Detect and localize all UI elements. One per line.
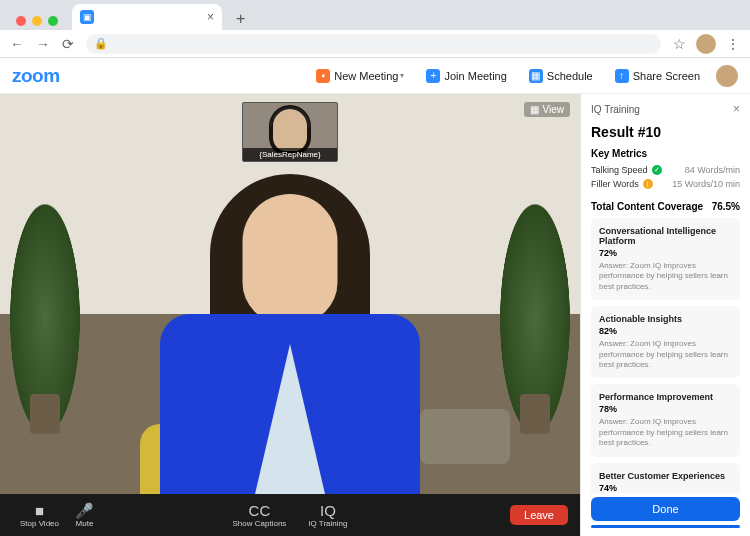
close-tab-icon[interactable]: × [207, 10, 214, 24]
mute-label: Mute [76, 519, 94, 528]
address-bar: ← → ⟳ 🔒 ☆ ⋮ [0, 30, 750, 58]
card-percent: 82% [599, 326, 732, 336]
grid-icon: ▦ [530, 104, 539, 115]
panel-header: IQ Training × [581, 94, 750, 124]
tcc-label: Total Content Coverage [591, 201, 703, 212]
omnibox[interactable]: 🔒 [86, 34, 661, 54]
iq-training-label: IQ Training [308, 519, 347, 528]
calendar-icon: ▦ [529, 69, 543, 83]
card-title: Performance Improvement [599, 392, 732, 402]
leave-label: Leave [524, 509, 554, 521]
microphone-icon: 🎤 [75, 503, 94, 518]
new-tab-button[interactable]: + [228, 10, 253, 30]
card-title: Actionable Insights [599, 314, 732, 324]
join-meeting-button[interactable]: + Join Meeting [420, 65, 512, 87]
key-metrics-heading: Key Metrics [591, 148, 740, 159]
view-mode-button[interactable]: ▦ View [524, 102, 571, 117]
view-label: View [543, 104, 565, 115]
window-controls [8, 16, 66, 30]
result-title: Result #10 [591, 124, 740, 140]
card-percent: 72% [599, 248, 732, 258]
metric-value: 15 Words/10 min [672, 179, 740, 189]
zoom-toolbar: zoom ▪ New Meeting ▾ + Join Meeting ▦ Sc… [0, 58, 750, 94]
warning-icon: ! [643, 179, 653, 189]
video-area: {SalesRepName} ▦ View ■ Stop Video 🎤 Mut… [0, 94, 580, 536]
maximize-window-icon[interactable] [48, 16, 58, 26]
stop-video-label: Stop Video [20, 519, 59, 528]
coverage-card: Actionable Insights 82% Answer: Zoom IQ … [591, 306, 740, 378]
schedule-button[interactable]: ▦ Schedule [523, 65, 599, 87]
metric-row-talking-speed: Talking Speed ✓ 84 Words/min [591, 165, 740, 175]
share-icon: ↑ [615, 69, 629, 83]
coverage-card: Performance Improvement 78% Answer: Zoom… [591, 384, 740, 456]
close-panel-icon[interactable]: × [733, 102, 740, 116]
done-button[interactable]: Done [591, 497, 740, 521]
forward-icon[interactable]: → [36, 36, 50, 52]
metric-label: Filler Words [591, 179, 639, 189]
panel-title: IQ Training [591, 104, 640, 115]
back-icon[interactable]: ← [10, 36, 24, 52]
chevron-down-icon[interactable]: ▾ [400, 71, 404, 80]
share-screen-label: Share Screen [633, 70, 700, 82]
browser-chrome: ▣ × + ← → ⟳ 🔒 ☆ ⋮ [0, 0, 750, 58]
total-coverage-row: Total Content Coverage 76.5% [591, 201, 740, 212]
metric-label: Talking Speed [591, 165, 648, 175]
mute-button[interactable]: 🎤 Mute [67, 503, 102, 528]
iq-icon: IQ [320, 503, 336, 518]
participant-video [150, 134, 430, 494]
video-icon: ▪ [316, 69, 330, 83]
cc-icon: CC [249, 503, 271, 518]
done-label: Done [652, 503, 678, 515]
stop-video-button[interactable]: ■ Stop Video [12, 503, 67, 528]
coverage-cards: Conversational Intelligence Platform 72%… [591, 218, 740, 493]
tcc-value: 76.5% [712, 201, 740, 212]
iq-training-panel: IQ Training × Result #10 Key Metrics Tal… [580, 94, 750, 536]
progress-bar [591, 525, 740, 528]
main-video: {SalesRepName} ▦ View [0, 94, 580, 494]
lock-icon: 🔒 [94, 37, 108, 50]
leave-button[interactable]: Leave [510, 505, 568, 525]
close-window-icon[interactable] [16, 16, 26, 26]
reload-icon[interactable]: ⟳ [62, 36, 74, 52]
captions-button[interactable]: CC Show Captions [225, 503, 295, 528]
card-answer: Answer: Zoom IQ improves performance by … [599, 417, 732, 448]
menu-icon[interactable]: ⋮ [726, 36, 740, 52]
meeting-controls: ■ Stop Video 🎤 Mute CC Show Captions IQ … [0, 494, 580, 536]
user-avatar-icon[interactable] [716, 65, 738, 87]
card-percent: 78% [599, 404, 732, 414]
card-percent: 74% [599, 483, 732, 493]
share-screen-button[interactable]: ↑ Share Screen [609, 65, 706, 87]
join-meeting-label: Join Meeting [444, 70, 506, 82]
profile-avatar-icon[interactable] [696, 34, 716, 54]
browser-tab[interactable]: ▣ × [72, 4, 222, 30]
check-icon: ✓ [652, 165, 662, 175]
coverage-card: Better Customer Experiences 74% Answer: … [591, 463, 740, 493]
pip-name-label: {SalesRepName} [243, 148, 337, 161]
plus-icon: + [426, 69, 440, 83]
metric-row-filler-words: Filler Words ! 15 Words/10 min [591, 179, 740, 189]
tab-strip: ▣ × + [0, 0, 750, 30]
bookmark-icon[interactable]: ☆ [673, 36, 686, 52]
new-meeting-button[interactable]: ▪ New Meeting ▾ [310, 65, 410, 87]
self-view-thumbnail[interactable]: {SalesRepName} [242, 102, 338, 162]
coverage-card: Conversational Intelligence Platform 72%… [591, 218, 740, 300]
card-answer: Answer: Zoom IQ improves performance by … [599, 261, 732, 292]
captions-label: Show Captions [233, 519, 287, 528]
zoom-logo: zoom [12, 65, 60, 87]
chrome-right: ☆ ⋮ [673, 34, 740, 54]
metric-value: 84 Words/min [685, 165, 740, 175]
new-meeting-label: New Meeting [334, 70, 398, 82]
card-answer: Answer: Zoom IQ improves performance by … [599, 339, 732, 370]
minimize-window-icon[interactable] [32, 16, 42, 26]
card-title: Better Customer Experiences [599, 471, 732, 481]
camera-icon: ■ [35, 503, 44, 518]
card-title: Conversational Intelligence Platform [599, 226, 732, 246]
meeting-stage: {SalesRepName} ▦ View ■ Stop Video 🎤 Mut… [0, 94, 750, 536]
iq-training-button[interactable]: IQ IQ Training [300, 503, 355, 528]
schedule-label: Schedule [547, 70, 593, 82]
zoom-favicon-icon: ▣ [80, 10, 94, 24]
